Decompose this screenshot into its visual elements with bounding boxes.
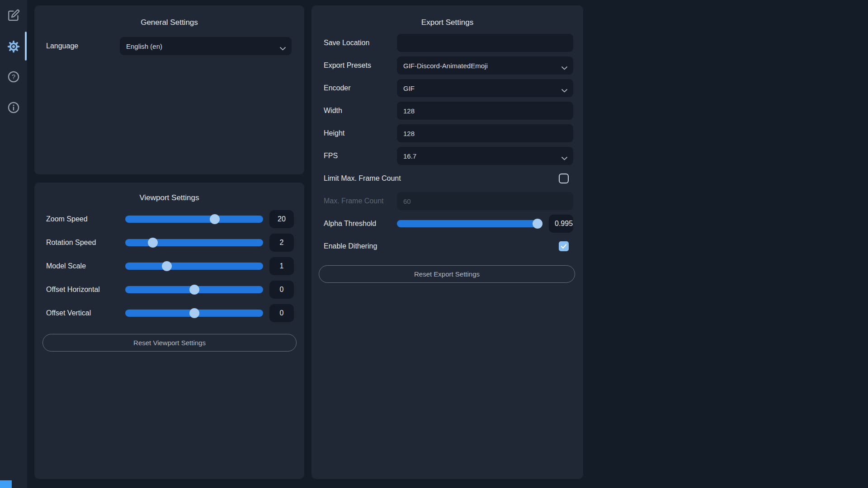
fps-select[interactable]: 16.7 — [397, 147, 573, 165]
width-value: 128 — [403, 107, 415, 115]
offset-vertical-row: Offset Vertical 0 — [34, 304, 304, 322]
sidebar-item-editor[interactable] — [0, 9, 27, 23]
sidebar: ? — [0, 0, 27, 488]
encoder-label: Encoder — [324, 84, 397, 92]
info-icon — [7, 101, 20, 116]
enable-dithering-label: Enable Dithering — [324, 242, 559, 250]
zoom-speed-slider[interactable] — [125, 216, 263, 223]
alpha-threshold-row: Alpha Threshold 0.995 — [311, 215, 583, 233]
export-presets-label: Export Presets — [324, 61, 397, 70]
chevron-down-icon — [561, 64, 567, 71]
max-frame-count-value: 60 — [403, 197, 411, 205]
offset-vertical-value: 0 — [269, 304, 294, 322]
zoom-speed-value: 20 — [269, 210, 294, 228]
fps-row: FPS 16.7 — [311, 147, 583, 165]
export-presets-row: Export Presets GIF-Discord-AnimatedEmoji — [311, 56, 583, 75]
max-frame-count-row: Max. Frame Count 60 — [311, 192, 583, 210]
height-value: 128 — [403, 130, 415, 137]
slider-thumb[interactable] — [210, 214, 220, 224]
slider-thumb[interactable] — [162, 261, 172, 271]
width-input[interactable]: 128 — [397, 102, 573, 120]
export-settings-panel: Export Settings Save Location Export Pre… — [311, 5, 583, 479]
model-scale-label: Model Scale — [46, 262, 125, 270]
help-icon: ? — [7, 70, 20, 85]
offset-horizontal-label: Offset Horizontal — [46, 286, 125, 294]
rotation-speed-label: Rotation Speed — [46, 239, 125, 247]
limit-max-frame-count-label: Limit Max. Frame Count — [324, 174, 559, 183]
sidebar-item-help[interactable]: ? — [0, 70, 27, 85]
max-frame-count-input: 60 — [397, 192, 573, 210]
sidebar-item-info[interactable] — [0, 101, 27, 116]
limit-max-frame-count-checkbox[interactable] — [559, 174, 569, 183]
chevron-down-icon — [561, 154, 567, 162]
max-frame-count-label: Max. Frame Count — [324, 197, 397, 205]
offset-horizontal-row: Offset Horizontal 0 — [34, 281, 304, 299]
model-scale-value: 1 — [269, 257, 294, 275]
reset-export-settings-button[interactable]: Reset Export Settings — [319, 265, 575, 283]
enable-dithering-row: Enable Dithering — [311, 237, 583, 255]
active-tab-indicator — [25, 32, 27, 61]
language-select[interactable]: English (en) — [120, 37, 292, 55]
rotation-speed-value: 2 — [269, 234, 294, 252]
chevron-down-icon — [561, 86, 567, 94]
alpha-threshold-value: 0.995 — [549, 215, 573, 233]
general-settings-title: General Settings — [34, 5, 304, 27]
offset-horizontal-slider[interactable] — [125, 286, 263, 293]
rotation-speed-slider[interactable] — [125, 239, 263, 246]
sidebar-item-settings[interactable] — [0, 40, 27, 55]
height-label: Height — [324, 129, 397, 137]
zoom-speed-row: Zoom Speed 20 — [34, 210, 304, 228]
export-presets-select[interactable]: GIF-Discord-AnimatedEmoji — [397, 56, 573, 75]
language-row: Language English (en) — [34, 37, 304, 55]
width-row: Width 128 — [311, 102, 583, 120]
width-label: Width — [324, 107, 397, 115]
app-window: ? General Settings Language — [0, 0, 868, 488]
fps-value: 16.7 — [403, 152, 416, 160]
encoder-row: Encoder GIF — [311, 79, 583, 97]
reset-viewport-settings-button[interactable]: Reset Viewport Settings — [42, 334, 297, 352]
alpha-threshold-slider[interactable] — [397, 220, 542, 227]
slider-thumb[interactable] — [189, 308, 199, 318]
limit-max-frame-count-row: Limit Max. Frame Count — [311, 169, 583, 188]
fps-label: FPS — [324, 152, 397, 160]
save-location-row: Save Location — [311, 34, 583, 52]
settings-content: General Settings Language English (en) V… — [27, 0, 868, 488]
chevron-down-icon — [280, 44, 286, 52]
encoder-select[interactable]: GIF — [397, 79, 573, 97]
save-location-label: Save Location — [324, 39, 397, 47]
language-label: Language — [46, 42, 120, 50]
settings-gear-icon — [7, 40, 20, 55]
export-settings-title: Export Settings — [311, 5, 583, 27]
slider-thumb[interactable] — [533, 219, 542, 229]
export-presets-value: GIF-Discord-AnimatedEmoji — [403, 62, 488, 70]
height-input[interactable]: 128 — [397, 124, 573, 142]
model-scale-row: Model Scale 1 — [34, 257, 304, 275]
language-value: English (en) — [126, 42, 162, 50]
offset-vertical-label: Offset Vertical — [46, 309, 125, 317]
height-row: Height 128 — [311, 124, 583, 142]
bottom-left-accent — [0, 480, 12, 488]
model-scale-slider[interactable] — [125, 263, 263, 270]
encoder-value: GIF — [403, 84, 415, 92]
rotation-speed-row: Rotation Speed 2 — [34, 234, 304, 252]
offset-vertical-slider[interactable] — [125, 310, 263, 317]
slider-thumb[interactable] — [148, 238, 158, 248]
alpha-threshold-label: Alpha Threshold — [324, 220, 397, 228]
enable-dithering-checkbox[interactable] — [559, 241, 569, 251]
viewport-settings-panel: Viewport Settings Zoom Speed 20 Rotation… — [34, 183, 304, 479]
edit-icon — [8, 9, 20, 23]
general-settings-panel: General Settings Language English (en) — [34, 5, 304, 174]
offset-horizontal-value: 0 — [269, 281, 294, 299]
zoom-speed-label: Zoom Speed — [46, 215, 125, 223]
save-location-input[interactable] — [397, 34, 573, 52]
viewport-settings-title: Viewport Settings — [34, 183, 304, 202]
slider-thumb[interactable] — [189, 285, 199, 295]
svg-text:?: ? — [12, 73, 15, 80]
